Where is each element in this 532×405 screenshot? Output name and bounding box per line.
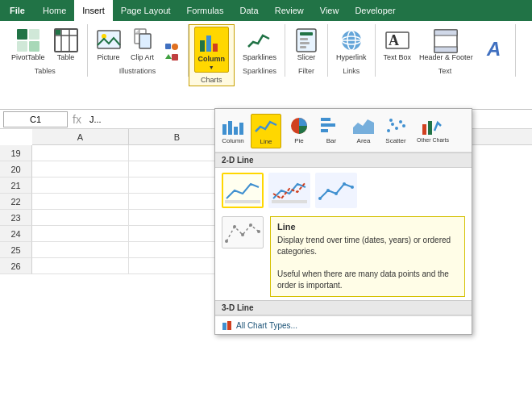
name-box[interactable]	[3, 111, 68, 127]
svg-rect-3	[29, 41, 39, 52]
cell-b26[interactable]	[129, 258, 226, 274]
svg-rect-0	[17, 29, 27, 40]
sparklines-label: Sparklines	[243, 53, 276, 62]
cell-a19[interactable]	[32, 145, 129, 161]
tab-file[interactable]: File	[0, 0, 35, 21]
chart-type-scatter[interactable]: Scatter	[381, 114, 410, 148]
charts-button[interactable]: Column ▼	[194, 27, 230, 73]
charts-group-label: Charts	[201, 76, 222, 84]
line-variant-3[interactable]	[315, 173, 357, 208]
line-chart-label: Line	[260, 138, 272, 145]
header-footer-icon	[433, 28, 459, 54]
svg-rect-51	[428, 121, 432, 135]
scatter-chart-icon	[384, 116, 407, 136]
cell-b24[interactable]	[129, 226, 226, 242]
filter-group-label: Filter	[298, 67, 314, 75]
row-header-24: 24	[0, 226, 32, 242]
chart-type-line[interactable]: Line	[251, 114, 281, 148]
shapes-button[interactable]	[160, 41, 183, 64]
chart-type-bar[interactable]: Bar	[317, 114, 346, 148]
tables-group-label: Tables	[35, 67, 56, 75]
svg-rect-35	[222, 124, 227, 135]
cell-b23[interactable]	[129, 210, 226, 226]
chart-tooltip: Line Display trend over time (dates, yea…	[270, 216, 465, 297]
line-variant-1[interactable]	[222, 173, 264, 208]
header-footer-button[interactable]: Header & Footer	[416, 27, 476, 64]
chart-type-column[interactable]: Column	[218, 114, 247, 148]
tab-page-layout[interactable]: Page Layout	[113, 0, 179, 21]
text-buttons: A Text Box Header & Footer A	[380, 26, 510, 64]
tab-data[interactable]: Data	[231, 0, 266, 21]
pivot-table-button[interactable]: PivotTable	[8, 26, 48, 64]
ribbon-group-tables: PivotTable Table Tables	[3, 24, 88, 77]
bar-chart-icon	[320, 116, 343, 136]
svg-rect-22	[300, 32, 313, 35]
cell-a24[interactable]	[32, 226, 129, 242]
tab-home[interactable]: Home	[35, 0, 74, 21]
tab-formulas[interactable]: Formulas	[179, 0, 232, 21]
cell-b19[interactable]	[129, 145, 226, 161]
cell-a25[interactable]	[32, 242, 129, 258]
table-button[interactable]: Table	[50, 26, 82, 64]
other-charts-icon	[422, 116, 444, 136]
ribbon-groups: PivotTable Table Tables Picture	[0, 24, 532, 86]
col-header-b: B	[129, 129, 226, 144]
line-variant-4[interactable]	[222, 216, 264, 248]
picture-icon	[96, 27, 122, 53]
svg-rect-2	[17, 41, 27, 52]
text-box-button[interactable]: A Text Box	[380, 26, 415, 64]
cell-b20[interactable]	[129, 161, 226, 177]
column-chart-label: Column	[222, 137, 244, 144]
svg-point-62	[249, 223, 252, 227]
svg-point-55	[326, 189, 330, 192]
cell-b25[interactable]	[129, 242, 226, 258]
picture-label: Picture	[98, 53, 120, 62]
svg-rect-40	[321, 118, 330, 121]
svg-point-47	[399, 120, 402, 123]
all-chart-types-link[interactable]: All Chart Types...	[215, 315, 472, 334]
clip-art-label: Clip Art	[131, 53, 154, 62]
sparklines-icon	[247, 27, 272, 53]
chart-variants-2d	[215, 168, 472, 213]
wordart-button[interactable]: A	[478, 35, 510, 64]
cell-a22[interactable]	[32, 194, 129, 210]
chart-type-pie[interactable]: Pie	[285, 114, 314, 148]
chart-small-variants	[222, 216, 264, 248]
svg-rect-13	[165, 44, 171, 49]
svg-point-54	[318, 197, 322, 200]
clip-art-icon	[130, 27, 156, 53]
svg-rect-33	[434, 30, 457, 35]
tab-view[interactable]: View	[312, 0, 347, 21]
cell-a21[interactable]	[32, 177, 129, 194]
sparklines-group-label: Sparklines	[243, 67, 276, 75]
cell-a26[interactable]	[32, 258, 129, 274]
svg-marker-43	[353, 119, 374, 134]
line-variant-2[interactable]	[268, 173, 310, 208]
clip-art-button[interactable]: Clip Art	[127, 26, 159, 64]
tooltip-text: Display trend over time (dates, years) o…	[277, 235, 458, 291]
cell-a20[interactable]	[32, 161, 129, 177]
svg-point-58	[351, 186, 354, 189]
links-buttons: Hyperlink	[333, 26, 370, 64]
tab-review[interactable]: Review	[267, 0, 312, 21]
slicer-button[interactable]: Slicer	[290, 26, 322, 64]
chart-type-other[interactable]: Other Charts	[414, 114, 452, 148]
text-box-icon: A	[384, 27, 410, 53]
pivot-table-label: PivotTable	[11, 53, 45, 62]
tab-insert[interactable]: Insert	[74, 0, 113, 21]
chart-type-area[interactable]: Area	[349, 114, 378, 148]
svg-rect-38	[239, 123, 243, 135]
cell-a23[interactable]	[32, 210, 129, 226]
chart-link-icon	[222, 319, 233, 331]
column-chart-icon	[222, 116, 244, 136]
area-chart-icon	[352, 116, 375, 136]
cell-b22[interactable]	[129, 194, 226, 210]
pie-chart-label: Pie	[294, 137, 304, 144]
row-header-21: 21	[0, 177, 32, 194]
sparklines-button[interactable]: Sparklines	[239, 26, 280, 64]
picture-button[interactable]: Picture	[93, 26, 125, 64]
svg-point-14	[172, 44, 178, 50]
tab-developer[interactable]: Developer	[347, 0, 403, 21]
cell-b21[interactable]	[129, 177, 226, 194]
hyperlink-button[interactable]: Hyperlink	[333, 26, 370, 64]
